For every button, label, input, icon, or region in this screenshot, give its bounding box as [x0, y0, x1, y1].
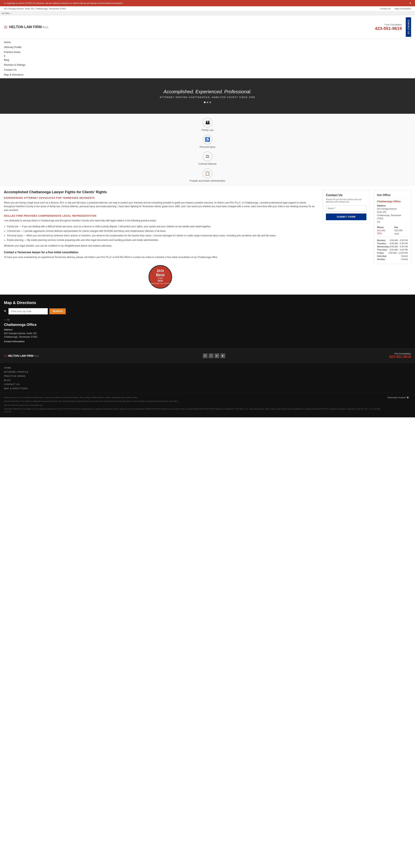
nav-item-practice[interactable]: Practice Areas ▾ [4, 50, 411, 58]
office-box: Our Office Chattanooga Office Address 62… [374, 190, 411, 264]
footer-nav-home[interactable]: HOME [4, 366, 411, 369]
nav-item-contact[interactable]: Contact Us [4, 67, 411, 72]
facebook-icon[interactable]: f [209, 353, 214, 358]
nav-item-map[interactable]: Map & Directions [4, 72, 411, 77]
fax-label: Fax [394, 226, 408, 228]
footer-phone[interactable]: 423-551-9619 [389, 355, 411, 359]
hours-time: Closed [401, 258, 408, 260]
hours-day: Sunday: [377, 258, 385, 260]
nav-item-reviews[interactable]: Reviews & Ratings [4, 62, 411, 67]
list-item-injury: Personal injury — When you are harmed by… [7, 234, 317, 238]
practice-personal-injury[interactable]: ♿ Personal Injury [200, 134, 215, 148]
hero-dot-1[interactable] [204, 101, 205, 103]
award-the-best: best [158, 279, 163, 282]
hours-row: Monday:8:00 AM - 4:30 PM [377, 239, 408, 242]
hours-time: 8:00 AM - 4:30 PM [390, 249, 408, 251]
office-heading: Our Office [377, 193, 408, 196]
nav-item-blog[interactable]: Blog [4, 58, 411, 62]
mh-dot [407, 397, 409, 399]
mh-text: Martindale-Hubbell [387, 396, 406, 399]
search-icon: 🔍 [4, 310, 7, 313]
nav-list: Home Attorney Profile Practice Areas ▾ B… [4, 39, 411, 78]
main-left: Accomplished Chattanooga Lawyer Fights f… [4, 190, 321, 291]
disclaimer-p4: Martindale-Hubbell and martindale.com ar… [4, 408, 384, 413]
nav-item-home[interactable]: Home [4, 40, 411, 45]
footer-nav-blog[interactable]: BLOG [4, 379, 411, 381]
list-item-criminal: Criminal law — I provide aggressive crim… [7, 229, 317, 233]
hours-row: Thursday:8:00 AM - 4:30 PM [377, 248, 408, 251]
office-phone[interactable]: 423-265-3001 [377, 229, 386, 235]
footer-logo-pllc: PLLC [34, 355, 39, 357]
logo-pllc: PLLC [42, 26, 49, 29]
footer-nav-contact[interactable]: CONTACT US [4, 383, 411, 386]
search-button[interactable]: SEARCH [50, 308, 66, 314]
personal-injury-icon: ♿ [202, 134, 213, 145]
probate-icon: 📋 [202, 168, 213, 178]
map-contact-info: Contact Information [4, 340, 411, 343]
map-heading: Map & Directions [4, 301, 411, 305]
nav-item-attorney[interactable]: Attorney Profile [4, 45, 411, 50]
probate-label: Probate and Estate Administration [190, 180, 225, 182]
disclaimer-left: Helton Law Firm PLLC is located in Chatt… [4, 396, 384, 414]
name-field[interactable] [326, 205, 366, 212]
main-para-4: To have your case evaluated by an experi… [4, 255, 317, 259]
logo-area: ⚖ HELTON LAW FIRM PLLC [4, 25, 49, 29]
contact-us-link[interactable]: Contact Us [380, 7, 391, 10]
award-year: 2019 [157, 269, 164, 273]
hero-dot-2[interactable] [207, 101, 208, 103]
free-consult-label: Free Consultation [385, 23, 402, 26]
hero-section: Accomplished. Experienced. Professional.… [0, 78, 415, 114]
covid-text: In response to recent COVID-19 concerns,… [4, 2, 123, 4]
footer-nav-attorney[interactable]: ATTORNEY PROFILE [4, 370, 411, 373]
site-header: ⚖ HELTON LAW FIRM PLLC Free Consultation… [0, 16, 415, 39]
hero-content: Accomplished. Experienced. Professional.… [160, 89, 255, 103]
hours-container: Monday:8:00 AM - 4:30 PMTuesday:8:00 AM … [377, 239, 408, 261]
map-directions-link[interactable]: Map & Directions [394, 7, 411, 10]
hours-row: Friday:8:00 AM - 12:00 PM [377, 251, 408, 254]
office-address: 622 Georgia AvenueSuite 102Chattanooga, … [377, 207, 408, 223]
practice-probate[interactable]: 📋 Probate and Estate Administration [190, 168, 225, 182]
subheading-1: EXPERIENCED ATTORNEY ADVOCATES FOR TENNE… [4, 196, 317, 199]
header-right: Free Consultation 423-551-9619 CONTACT U… [375, 17, 411, 37]
footer-nav-practice[interactable]: PRACTICE AREAS [4, 374, 411, 377]
subheading-3: Contact a Tennessee lawyer for a free in… [4, 251, 317, 254]
contact-box: Contact Us Please fill out the form belo… [323, 190, 370, 223]
submit-form-button[interactable]: SUBMIT FORM [326, 214, 366, 220]
footer-logo: ⚖ HELTON LAW FIRM PLLC [4, 354, 39, 358]
hours-row: Tuesday:8:00 AM - 4:30 PM [377, 242, 408, 245]
phone-label: Phone [377, 226, 390, 228]
hours-day: Monday: [377, 239, 386, 242]
disclaimer-p3: See our profile at Lawyers.com or Martin… [4, 404, 384, 407]
award-best: Best [156, 273, 164, 277]
practice-family-law[interactable]: 👪 Family Law [201, 118, 214, 131]
practice-criminal-defense[interactable]: ⚖ Criminal Defense [198, 152, 217, 165]
hours-row: Saturday:Closed [377, 254, 408, 257]
youtube-icon[interactable]: ▶ [221, 353, 225, 358]
free-consult-area: Free Consultation 423-551-9619 [375, 23, 402, 31]
hours-day: Tuesday: [377, 242, 386, 245]
googleplus-icon[interactable]: g+ [215, 353, 219, 358]
close-icon[interactable]: × [410, 2, 411, 5]
zip-search: 🔍 SEARCH [4, 308, 411, 314]
hours-row: Sunday:Closed [377, 257, 408, 261]
chevron-down-icon: ▾ [4, 55, 5, 58]
disclaimer-right: Martindale-Hubbell [387, 396, 411, 414]
personal-injury-label: Personal Injury [200, 146, 215, 148]
zip-input[interactable] [8, 308, 48, 314]
hero-dot-3[interactable] [210, 101, 211, 103]
linkedin-icon[interactable]: in [203, 353, 208, 358]
header-phone[interactable]: 423-551-9619 [375, 26, 402, 31]
award-source: Chattanooga Times Free Press [150, 283, 171, 284]
hours-day: Wednesday: [377, 245, 390, 248]
main-nav: Home Attorney Profile Practice Areas ▾ B… [0, 39, 415, 78]
hours-time: 8:00 AM - 4:30 PM [390, 239, 408, 242]
hours-time: Closed [401, 255, 408, 257]
family-law-label: Family Law [201, 129, 214, 131]
main-heading: Accomplished Chattanooga Lawyer Fights f… [4, 190, 317, 194]
address-label: Address [377, 205, 408, 207]
office-address: 622 Georgia Avenue, Suite 102, Chattanoo… [4, 7, 66, 10]
footer-nav-map[interactable]: MAP & DIRECTIONS [4, 387, 411, 390]
contact-us-button[interactable]: CONTACT US [406, 17, 411, 37]
footer-logo-name: HELTON LAW FIRM [8, 354, 33, 358]
hero-title: Accomplished. Experienced. Professional. [160, 89, 255, 94]
